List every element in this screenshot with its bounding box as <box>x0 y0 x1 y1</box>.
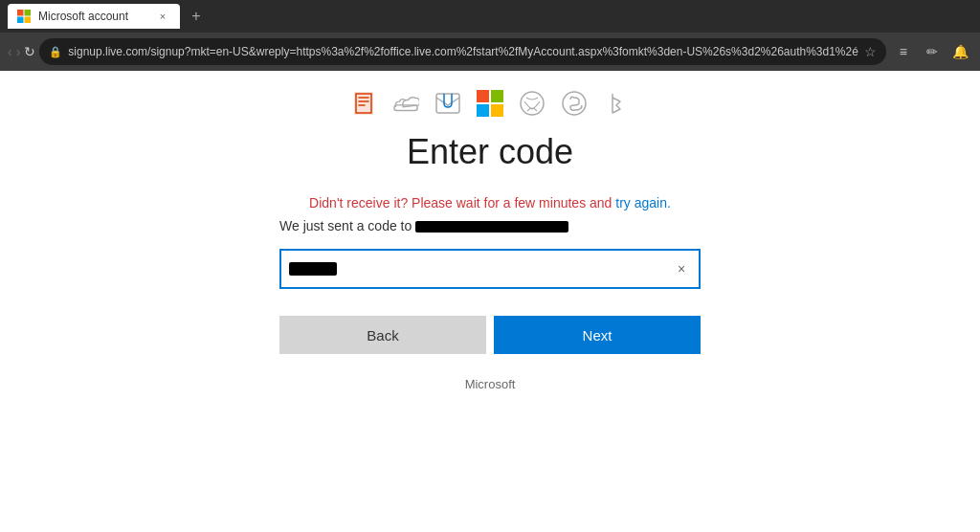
clear-icon: × <box>678 261 685 277</box>
svg-point-7 <box>521 92 544 115</box>
edit-icon[interactable]: ✏ <box>919 38 946 65</box>
outlook-icon <box>434 90 461 117</box>
bing-icon <box>603 90 630 117</box>
next-button[interactable]: Next <box>494 316 701 354</box>
microsoft-footer: Microsoft <box>465 377 516 391</box>
svg-rect-3 <box>25 17 32 24</box>
microsoft-logo-icon <box>477 90 503 117</box>
sent-code-static: We just sent a code to <box>279 218 412 233</box>
forward-nav-button[interactable]: › <box>16 38 21 65</box>
code-input[interactable] <box>279 249 701 289</box>
ms-logo-blue <box>477 104 489 117</box>
clear-input-button[interactable]: × <box>672 259 691 278</box>
svg-rect-4 <box>354 92 373 115</box>
browser-chrome: Microsoft account × + ‹ › ↻ 🔒 signup.liv… <box>0 0 980 71</box>
ms-logo-green <box>491 90 503 102</box>
lock-icon: 🔒 <box>49 46 62 58</box>
svg-rect-6 <box>436 94 459 113</box>
form-container: Enter code Didn't receive it? Please wai… <box>279 132 701 391</box>
didnt-receive-static: Didn't receive it? Please wait for a few… <box>309 195 615 211</box>
back-button[interactable]: Back <box>279 316 486 354</box>
forward-nav-icon: › <box>16 44 21 59</box>
ms-logo-yellow <box>491 104 503 117</box>
page-title: Enter code <box>407 132 573 172</box>
svg-point-8 <box>563 92 586 115</box>
bookmark-icon: ☆ <box>864 44 877 59</box>
back-nav-button[interactable]: ‹ <box>8 38 12 65</box>
address-bar[interactable]: 🔒 signup.live.com/signup?mkt=en-US&wrepl… <box>39 38 886 65</box>
svg-rect-1 <box>25 10 32 16</box>
onedrive-icon <box>392 90 419 117</box>
code-value-redacted <box>289 262 337 276</box>
skype-icon <box>561 90 588 117</box>
tab-bar: Microsoft account × + <box>0 0 980 33</box>
more-icon[interactable]: ··· <box>976 38 980 65</box>
refresh-nav-icon: ↻ <box>24 44 35 59</box>
menu-icon[interactable]: ≡ <box>890 38 917 65</box>
sent-code-text: We just sent a code to <box>279 218 701 233</box>
code-input-wrapper: × <box>279 249 701 289</box>
active-tab[interactable]: Microsoft account × <box>8 4 180 29</box>
email-redacted <box>415 221 568 233</box>
try-again-link[interactable]: try again. <box>615 195 671 211</box>
address-text: signup.live.com/signup?mkt=en-US&wreply=… <box>68 45 858 58</box>
office-icon <box>350 90 377 117</box>
tab-title: Microsoft account <box>38 10 147 23</box>
ms-logo-red <box>477 90 489 102</box>
svg-rect-0 <box>17 10 24 16</box>
refresh-nav-button[interactable]: ↻ <box>24 38 35 65</box>
tab-close-button[interactable]: × <box>155 9 170 24</box>
button-row: Back Next <box>279 316 701 354</box>
product-icons-bar <box>350 71 630 132</box>
xbox-icon <box>519 90 546 117</box>
back-nav-icon: ‹ <box>8 44 12 59</box>
new-tab-button[interactable]: + <box>184 4 209 29</box>
didnt-receive-text: Didn't receive it? Please wait for a few… <box>309 195 671 211</box>
notifications-icon[interactable]: 🔔 <box>947 38 974 65</box>
toolbar-icons: ≡ ✏ 🔔 ··· <box>890 38 980 65</box>
svg-rect-2 <box>17 17 24 24</box>
page-content: Enter code Didn't receive it? Please wai… <box>0 71 980 532</box>
nav-bar: ‹ › ↻ 🔒 signup.live.com/signup?mkt=en-US… <box>0 33 980 71</box>
tab-favicon <box>17 10 31 23</box>
